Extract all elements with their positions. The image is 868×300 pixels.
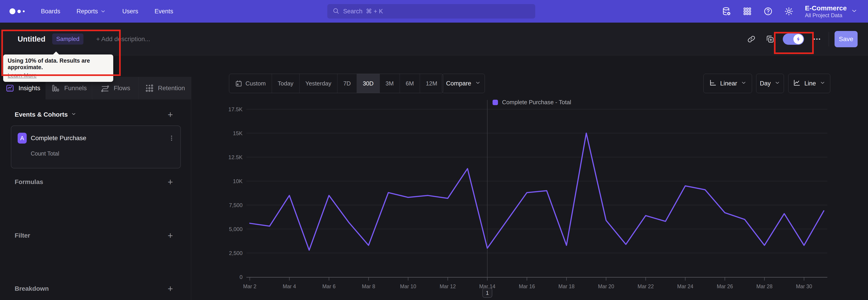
- annotation-badge-label: 1: [486, 290, 489, 296]
- x-tick-label: Mar 12: [440, 283, 456, 289]
- x-tick-label: Mar 30: [796, 283, 812, 289]
- scale-dropdown[interactable]: Linear: [704, 74, 752, 93]
- event-options-icon[interactable]: [168, 135, 175, 142]
- line-chart-icon: [793, 79, 801, 88]
- events-cohorts-header[interactable]: Events & Cohorts: [15, 111, 76, 118]
- y-tick-label: 12.5K: [228, 154, 243, 160]
- help-icon[interactable]: [763, 6, 773, 16]
- y-tick-label: 0: [240, 274, 243, 280]
- series-line[interactable]: [250, 133, 824, 250]
- range-label: 30D: [363, 80, 374, 87]
- add-filter-button[interactable]: +: [168, 231, 173, 240]
- search-bar[interactable]: [327, 4, 535, 19]
- sidebar-section-breakdown: Breakdown+: [15, 284, 173, 293]
- range-7d[interactable]: 7D: [338, 74, 357, 93]
- search-icon: [332, 7, 340, 16]
- top-nav: BoardsReportsUsersEvents E-Commerce All …: [0, 0, 868, 23]
- range-label: Custom: [246, 80, 266, 87]
- range-6m[interactable]: 6M: [400, 74, 420, 93]
- project-scope: All Project Data: [805, 12, 847, 19]
- range-3m[interactable]: 3M: [380, 74, 400, 93]
- add-event-button[interactable]: +: [168, 110, 173, 119]
- x-tick-label: Mar 16: [519, 283, 535, 289]
- range-yesterday[interactable]: Yesterday: [300, 74, 338, 93]
- events-cohorts-label: Events & Cohorts: [15, 111, 68, 118]
- copy-link-icon[interactable]: [747, 35, 756, 43]
- add-breakdown-button[interactable]: +: [168, 284, 173, 293]
- header-divider: [829, 32, 829, 46]
- nav-item-boards[interactable]: Boards: [41, 8, 60, 15]
- linear-axis-icon: [709, 79, 717, 87]
- mixpanel-insights-page: BoardsReportsUsersEvents E-Commerce All …: [0, 0, 868, 300]
- event-metric[interactable]: Count Total: [31, 150, 59, 157]
- x-tick-label: Mar 26: [717, 283, 733, 289]
- data-pipeline-icon[interactable]: [722, 6, 731, 16]
- x-tick-label: Mar 20: [598, 283, 614, 289]
- apps-grid-icon: [743, 6, 752, 16]
- insights-icon: [5, 84, 14, 93]
- line-chart-icon: [793, 79, 801, 87]
- event-name[interactable]: Complete Purchase: [31, 134, 168, 142]
- report-title[interactable]: Untitled: [18, 35, 45, 43]
- tab-label: Insights: [19, 85, 40, 92]
- date-range-control: CustomTodayYesterday7D30D3M6M12M: [229, 74, 443, 93]
- chevron-down-icon: [851, 7, 858, 14]
- tab-label: Flows: [114, 85, 130, 92]
- chevron-down-icon: [774, 80, 780, 86]
- range-12m[interactable]: 12M: [420, 74, 443, 93]
- x-tick-label: Mar 22: [638, 283, 654, 289]
- x-tick-label: Mar 28: [756, 283, 773, 289]
- tab-retention[interactable]: Retention: [139, 77, 191, 99]
- mixpanel-logo-icon[interactable]: [9, 8, 25, 14]
- project-selector[interactable]: E-Commerce All Project Data: [805, 4, 858, 19]
- search-input[interactable]: [343, 8, 530, 15]
- funnels-icon: [51, 84, 60, 93]
- apps-grid-icon[interactable]: [743, 6, 752, 16]
- nav-item-users[interactable]: Users: [122, 8, 138, 15]
- more-options-icon[interactable]: [813, 35, 821, 43]
- save-button[interactable]: Save: [835, 31, 858, 47]
- range-custom[interactable]: Custom: [229, 74, 272, 93]
- nav-item-label: Reports: [76, 8, 98, 15]
- kebab-menu-icon: [168, 135, 175, 142]
- line-chart[interactable]: 02,5005,0007,50010K12.5K15K17.5KMar 2Mar…: [191, 97, 868, 300]
- chevron-down-icon: [100, 8, 106, 14]
- add-description[interactable]: + Add description...: [96, 35, 150, 43]
- compare-button[interactable]: Compare: [442, 74, 485, 93]
- range-today[interactable]: Today: [272, 74, 300, 93]
- event-card[interactable]: A Complete Purchase Count Total: [11, 125, 181, 169]
- sampling-toggle[interactable]: [783, 33, 804, 45]
- chart-type-label: Line: [804, 80, 816, 87]
- x-tick-label: Mar 18: [558, 283, 575, 289]
- chevron-down-icon: [475, 80, 481, 86]
- linear-axis-icon: [709, 79, 717, 88]
- y-tick-label: 10K: [233, 178, 243, 184]
- settings-gear-icon[interactable]: [784, 6, 794, 16]
- x-tick-label: Mar 24: [677, 283, 693, 289]
- y-tick-label: 15K: [233, 130, 243, 136]
- nav-item-reports[interactable]: Reports: [76, 8, 106, 15]
- interval-dropdown[interactable]: Day: [756, 74, 784, 93]
- nav-item-events[interactable]: Events: [155, 8, 174, 15]
- calendar-icon: [235, 80, 242, 87]
- range-30d[interactable]: 30D: [357, 74, 380, 93]
- y-tick-label: 7,500: [229, 202, 243, 208]
- sampled-badge[interactable]: Sampled: [52, 33, 84, 44]
- add-to-board-icon[interactable]: [766, 35, 774, 43]
- x-tick-label: Mar 2: [243, 283, 256, 289]
- project-name: E-Commerce: [805, 4, 847, 12]
- event-letter-badge: A: [18, 133, 27, 144]
- more-options-icon: [813, 35, 821, 43]
- nav-right-cluster: E-Commerce All Project Data: [722, 0, 858, 23]
- x-tick-label: Mar 8: [362, 283, 375, 289]
- add-formulas-button[interactable]: +: [168, 177, 173, 186]
- sampling-tooltip: Using 10% of data. Results are approxima…: [3, 55, 113, 82]
- chart-type-dropdown[interactable]: Line: [788, 74, 830, 93]
- range-label: 12M: [426, 80, 437, 87]
- learn-more-link[interactable]: Learn More: [8, 72, 37, 79]
- chevron-down-icon: [71, 111, 76, 118]
- y-tick-label: 5,000: [229, 226, 243, 232]
- data-pipeline-icon: [722, 6, 731, 16]
- interval-label: Day: [760, 80, 771, 87]
- range-label: Yesterday: [305, 80, 331, 87]
